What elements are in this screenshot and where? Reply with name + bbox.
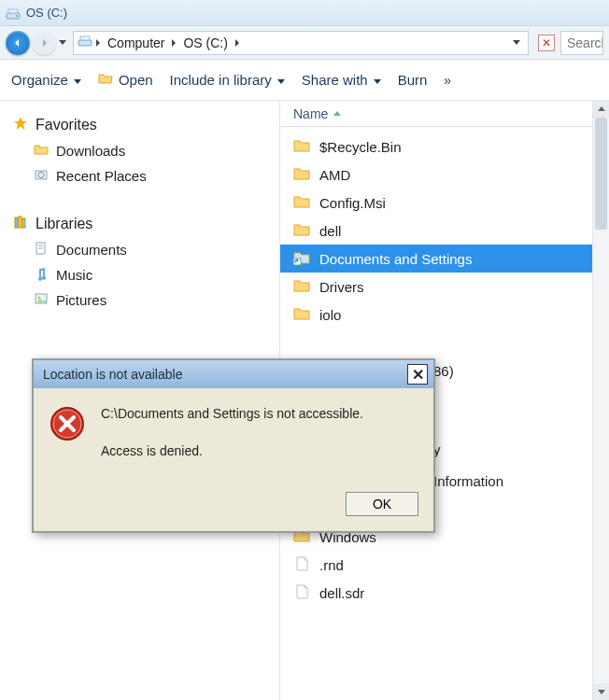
- music-icon: [34, 266, 49, 284]
- chevron-down-icon: [374, 72, 381, 88]
- share-with-button[interactable]: Share with: [302, 72, 381, 88]
- error-icon: [49, 405, 86, 442]
- nav-forward-button[interactable]: [32, 31, 56, 55]
- sidebar-item-pictures[interactable]: Pictures: [7, 287, 272, 313]
- recent-places-icon: [34, 167, 49, 185]
- folder-icon: [34, 142, 49, 160]
- folder-icon: [293, 222, 310, 240]
- file-name: 86): [433, 363, 454, 379]
- sidebar-favorites-header[interactable]: Favorites: [7, 112, 272, 138]
- search-placeholder: Search: [567, 35, 603, 50]
- scrollbar[interactable]: [592, 101, 609, 700]
- file-row[interactable]: Drivers: [280, 273, 592, 301]
- sidebar-item-documents[interactable]: Documents: [7, 237, 272, 262]
- folder-icon: [293, 278, 310, 296]
- open-folder-icon: [98, 71, 113, 89]
- drive-icon: [78, 34, 92, 51]
- chevron-right-icon[interactable]: [94, 35, 102, 50]
- burn-button[interactable]: Burn: [398, 72, 428, 88]
- file-name: AMD: [319, 167, 350, 183]
- chevron-right-icon[interactable]: [170, 35, 177, 50]
- sidebar-item-downloads[interactable]: Downloads: [7, 138, 272, 163]
- column-header-name[interactable]: Name: [280, 101, 609, 127]
- toolbar: Organize Open Include in library Share w…: [0, 60, 609, 101]
- address-row: Computer OS (C:) ✕ Search: [0, 26, 609, 60]
- dialog-body: C:\Documents and Settings is not accessi…: [34, 388, 433, 492]
- svg-point-2: [16, 15, 18, 17]
- nav-history-dropdown[interactable]: [58, 31, 67, 55]
- folder-icon: [293, 166, 310, 184]
- error-dialog: Location is not available ✕ C:\Documents…: [32, 358, 435, 533]
- sidebar-libraries-header[interactable]: Libraries: [7, 211, 272, 237]
- sort-asc-icon: [333, 111, 341, 117]
- file-name: Drivers: [319, 279, 364, 295]
- file-row[interactable]: .rnd: [280, 551, 592, 579]
- dialog-close-button[interactable]: ✕: [407, 364, 428, 385]
- file-icon: [293, 556, 310, 574]
- file-row[interactable]: Config.Msi: [280, 189, 592, 217]
- chevron-down-icon: [74, 72, 81, 88]
- file-name: iolo: [319, 307, 341, 323]
- svg-rect-4: [80, 36, 90, 40]
- svg-rect-7: [15, 217, 18, 228]
- chevron-down-icon: [277, 72, 285, 88]
- stop-refresh-button[interactable]: ✕: [538, 35, 555, 51]
- sidebar-item-music[interactable]: Music: [7, 262, 272, 287]
- file-name: dell.sdr: [319, 585, 364, 601]
- file-row[interactable]: dell: [280, 217, 592, 245]
- svg-rect-1: [8, 9, 18, 13]
- breadcrumb-computer[interactable]: Computer: [104, 35, 168, 50]
- nav-buttons: [6, 31, 67, 55]
- scroll-down-button[interactable]: [593, 683, 609, 700]
- file-name: Information: [433, 473, 503, 489]
- file-row[interactable]: dell.sdr: [280, 579, 592, 607]
- file-name: Documents and Settings: [319, 251, 472, 267]
- file-icon: [293, 584, 310, 602]
- include-library-button[interactable]: Include in library: [170, 72, 285, 88]
- sidebar-libraries-group: Libraries Documents Music Pictures: [7, 211, 272, 313]
- svg-rect-9: [22, 218, 25, 228]
- svg-rect-3: [78, 40, 92, 46]
- folder-shortcut-icon: [293, 250, 310, 268]
- file-row[interactable]: iolo: [280, 301, 592, 329]
- breadcrumb[interactable]: Computer OS (C:): [73, 31, 529, 55]
- dialog-titlebar[interactable]: Location is not available ✕: [34, 360, 433, 388]
- breadcrumb-expand[interactable]: [513, 40, 524, 46]
- documents-icon: [34, 241, 49, 259]
- toolbar-overflow[interactable]: »: [444, 73, 449, 88]
- file-row[interactable]: Documents and Settings: [280, 245, 592, 273]
- breadcrumb-drive[interactable]: OS (C:): [179, 35, 231, 50]
- scroll-thumb[interactable]: [595, 118, 607, 230]
- svg-rect-8: [19, 217, 21, 228]
- folder-icon: [293, 194, 310, 212]
- dialog-message-1: C:\Documents and Settings is not accessi…: [101, 405, 363, 424]
- dialog-buttons: OK: [34, 492, 433, 531]
- folder-icon: [293, 138, 310, 156]
- sidebar-favorites-group: Favorites Downloads Recent Places: [7, 112, 272, 189]
- folder-icon: [293, 306, 310, 324]
- pictures-icon: [34, 291, 49, 309]
- search-input[interactable]: Search: [560, 31, 603, 55]
- open-button[interactable]: Open: [98, 71, 153, 89]
- svg-point-14: [38, 297, 41, 300]
- chevron-right-icon[interactable]: [234, 35, 241, 50]
- dialog-text: C:\Documents and Settings is not accessi…: [101, 405, 363, 479]
- sidebar-item-recent-places[interactable]: Recent Places: [7, 163, 272, 189]
- window-title: OS (C:): [26, 6, 67, 20]
- scroll-up-button[interactable]: [593, 101, 609, 118]
- dialog-title: Location is not available: [43, 367, 182, 382]
- file-name: Config.Msi: [319, 195, 386, 211]
- file-name: .rnd: [319, 557, 344, 573]
- drive-icon: [6, 7, 21, 20]
- organize-button[interactable]: Organize: [11, 72, 81, 88]
- file-name: $Recycle.Bin: [319, 139, 402, 155]
- star-icon: [13, 116, 28, 134]
- file-row[interactable]: AMD: [280, 161, 592, 189]
- ok-button[interactable]: OK: [346, 492, 418, 516]
- nav-back-button[interactable]: [6, 31, 30, 55]
- dialog-message-2: Access is denied.: [101, 442, 363, 461]
- file-name: dell: [319, 223, 341, 239]
- libraries-icon: [13, 215, 28, 233]
- file-row[interactable]: $Recycle.Bin: [280, 133, 592, 161]
- window-titlebar: OS (C:): [0, 0, 609, 26]
